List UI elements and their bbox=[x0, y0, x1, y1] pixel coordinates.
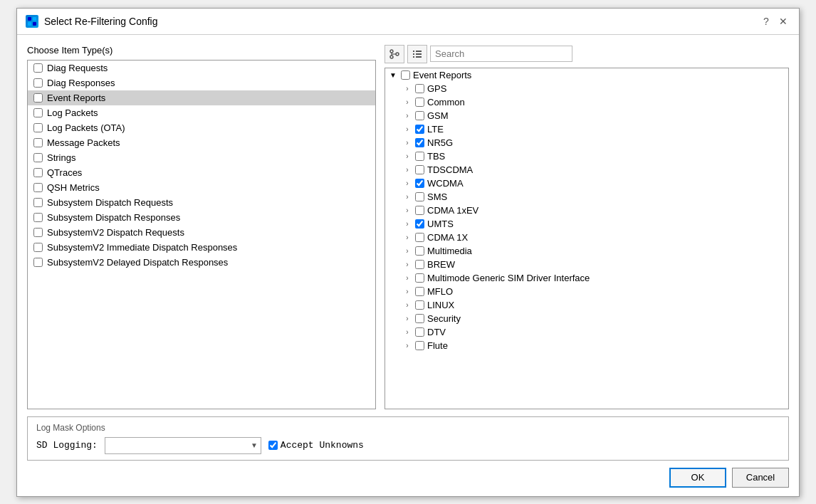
list-item-subsystem-dispatch-resp[interactable]: Subsystem Dispatch Responses bbox=[28, 210, 375, 225]
tree-item-tbs[interactable]: ›TBS bbox=[385, 149, 788, 163]
checkbox-subsystemv2-dispatch-req[interactable] bbox=[33, 228, 43, 237]
search-input[interactable] bbox=[430, 46, 572, 62]
checkbox-lte[interactable] bbox=[415, 125, 424, 134]
checkbox-subsystem-dispatch-req[interactable] bbox=[33, 198, 43, 207]
checkbox-message-packets[interactable] bbox=[33, 138, 43, 147]
list-item-event-reports[interactable]: Event Reports bbox=[28, 90, 375, 105]
checkbox-security[interactable] bbox=[415, 314, 424, 323]
checkbox-subsystemv2-immediate[interactable] bbox=[33, 243, 43, 252]
checkbox-log-packets-ota[interactable] bbox=[33, 123, 43, 132]
chevron-right-icon[interactable]: › bbox=[402, 273, 412, 283]
checkbox-dtv[interactable] bbox=[415, 327, 424, 337]
tree-item-dtv[interactable]: ›DTV bbox=[385, 325, 788, 339]
checkbox-event-reports-root[interactable] bbox=[401, 70, 410, 80]
tree-item-gps[interactable]: ›GPS bbox=[385, 82, 788, 95]
checkbox-common[interactable] bbox=[415, 98, 424, 107]
checkbox-tdscdma[interactable] bbox=[415, 165, 424, 174]
tree-item-sms[interactable]: ›SMS bbox=[385, 190, 788, 204]
checkbox-flute[interactable] bbox=[415, 341, 424, 350]
tree-item-flute[interactable]: ›Flute bbox=[385, 339, 788, 352]
tree-view-button[interactable] bbox=[385, 45, 404, 63]
tree-item-multimedia[interactable]: ›Multimedia bbox=[385, 244, 788, 258]
checkbox-log-packets[interactable] bbox=[33, 108, 43, 117]
checkbox-linux[interactable] bbox=[415, 300, 424, 310]
chevron-right-icon[interactable]: › bbox=[402, 246, 412, 256]
list-item-diag-requests[interactable]: Diag Requests bbox=[28, 61, 375, 75]
checkbox-nr5g[interactable] bbox=[415, 138, 424, 147]
chevron-right-icon[interactable]: › bbox=[402, 164, 412, 174]
list-item-qsh-metrics[interactable]: QSH Metrics bbox=[28, 180, 375, 195]
tree-item-tdscdma[interactable]: ›TDSCDMA bbox=[385, 163, 788, 177]
list-item-subsystem-dispatch-req[interactable]: Subsystem Dispatch Requests bbox=[28, 195, 375, 210]
tree-item-cdma-1x[interactable]: ›CDMA 1X bbox=[385, 231, 788, 244]
checkbox-umts[interactable] bbox=[415, 219, 424, 229]
tree-item-umts[interactable]: ›UMTS bbox=[385, 217, 788, 231]
list-item-strings[interactable]: Strings bbox=[28, 150, 375, 165]
checkbox-cdma-1x[interactable] bbox=[415, 233, 424, 242]
checkbox-wcdma[interactable] bbox=[415, 179, 424, 188]
list-item-log-packets-ota[interactable]: Log Packets (OTA) bbox=[28, 120, 375, 135]
chevron-right-icon[interactable]: › bbox=[402, 340, 412, 350]
chevron-right-icon[interactable]: › bbox=[402, 232, 412, 242]
checkbox-brew[interactable] bbox=[415, 260, 424, 269]
close-button[interactable]: ✕ bbox=[776, 14, 790, 28]
checkbox-gsm[interactable] bbox=[415, 111, 424, 120]
checkbox-subsystemv2-delayed[interactable] bbox=[33, 258, 43, 267]
tree-item-brew[interactable]: ›BREW bbox=[385, 258, 788, 271]
tree-item-multimode-generic-sim-driver-interface[interactable]: ›Multimode Generic SIM Driver Interface bbox=[385, 271, 788, 285]
accept-unknowns-label[interactable]: Accept Unknowns bbox=[268, 440, 364, 451]
tree-item-mflo[interactable]: ›MFLO bbox=[385, 285, 788, 298]
checkbox-cdma-1xev[interactable] bbox=[415, 206, 424, 215]
chevron-right-icon[interactable]: › bbox=[402, 151, 412, 161]
checkbox-multimedia[interactable] bbox=[415, 246, 424, 256]
chevron-down-icon[interactable]: ▼ bbox=[388, 70, 398, 80]
tree-item-gsm[interactable]: ›GSM bbox=[385, 109, 788, 122]
list-item-subsystemv2-delayed[interactable]: SubsystemV2 Delayed Dispatch Responses bbox=[28, 255, 375, 270]
help-button[interactable]: ? bbox=[759, 14, 773, 28]
list-item-diag-responses[interactable]: Diag Responses bbox=[28, 75, 375, 90]
tree-item-security[interactable]: ›Security bbox=[385, 312, 788, 325]
list-item-log-packets[interactable]: Log Packets bbox=[28, 105, 375, 120]
chevron-right-icon[interactable]: › bbox=[402, 110, 412, 120]
checkbox-multimode-generic-sim-driver-interface[interactable] bbox=[415, 273, 424, 283]
tree-root[interactable]: ▼Event Reports bbox=[385, 68, 788, 82]
list-item-message-packets[interactable]: Message Packets bbox=[28, 135, 375, 150]
chevron-right-icon[interactable]: › bbox=[402, 327, 412, 337]
chevron-right-icon[interactable]: › bbox=[402, 259, 412, 269]
chevron-right-icon[interactable]: › bbox=[402, 205, 412, 215]
chevron-right-icon[interactable]: › bbox=[402, 286, 412, 296]
checkbox-diag-responses[interactable] bbox=[33, 78, 43, 88]
tree-item-common[interactable]: ›Common bbox=[385, 95, 788, 109]
checkbox-qtraces[interactable] bbox=[33, 168, 43, 177]
list-view-button[interactable] bbox=[407, 45, 427, 63]
tree-item-linux[interactable]: ›LINUX bbox=[385, 298, 788, 312]
chevron-right-icon[interactable]: › bbox=[402, 313, 412, 323]
chevron-right-icon[interactable]: › bbox=[402, 178, 412, 188]
chevron-right-icon[interactable]: › bbox=[402, 83, 412, 93]
list-item-subsystemv2-immediate[interactable]: SubsystemV2 Immediate Dispatch Responses bbox=[28, 240, 375, 255]
chevron-right-icon[interactable]: › bbox=[402, 300, 412, 310]
chevron-right-icon[interactable]: › bbox=[402, 191, 412, 201]
ok-button[interactable]: OK bbox=[669, 468, 726, 488]
chevron-right-icon[interactable]: › bbox=[402, 124, 412, 134]
checkbox-mflo[interactable] bbox=[415, 287, 424, 296]
tree-item-wcdma[interactable]: ›WCDMA bbox=[385, 177, 788, 190]
checkbox-tbs[interactable] bbox=[415, 152, 424, 161]
checkbox-qsh-metrics[interactable] bbox=[33, 183, 43, 192]
checkbox-gps[interactable] bbox=[415, 84, 424, 93]
checkbox-strings[interactable] bbox=[33, 153, 43, 162]
list-item-qtraces[interactable]: QTraces bbox=[28, 165, 375, 180]
chevron-right-icon[interactable]: › bbox=[402, 219, 412, 229]
list-item-subsystemv2-dispatch-req[interactable]: SubsystemV2 Dispatch Requests bbox=[28, 225, 375, 240]
checkbox-event-reports[interactable] bbox=[33, 93, 43, 103]
chevron-right-icon[interactable]: › bbox=[402, 137, 412, 147]
tree-item-lte[interactable]: ›LTE bbox=[385, 122, 788, 136]
checkbox-sms[interactable] bbox=[415, 192, 424, 201]
chevron-right-icon[interactable]: › bbox=[402, 97, 412, 107]
accept-unknowns-checkbox[interactable] bbox=[268, 441, 278, 450]
checkbox-diag-requests[interactable] bbox=[33, 63, 43, 73]
checkbox-subsystem-dispatch-resp[interactable] bbox=[33, 213, 43, 222]
tree-item-nr5g[interactable]: ›NR5G bbox=[385, 136, 788, 149]
sd-logging-dropdown[interactable]: ▼ bbox=[105, 437, 261, 454]
tree-item-cdma-1xev[interactable]: ›CDMA 1xEV bbox=[385, 204, 788, 217]
